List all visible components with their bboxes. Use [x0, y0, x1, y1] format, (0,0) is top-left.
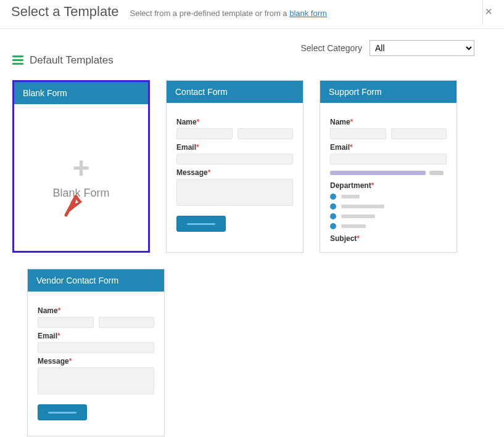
- email-preview: [38, 342, 154, 353]
- field-label-department: Department*: [330, 181, 447, 190]
- radio-option-preview: [330, 194, 447, 200]
- template-grid: Blank Form + Blank Form Contact Form Nam…: [0, 67, 504, 437]
- message-preview: [38, 367, 154, 394]
- skeleton-row: [330, 171, 447, 175]
- card-body: Name* Email* Message*: [167, 103, 303, 252]
- category-label: Select Category: [300, 43, 362, 53]
- name-inputs: [330, 126, 447, 139]
- template-card-contact[interactable]: Contact Form Name* Email* Message*: [166, 80, 304, 253]
- skeleton-bar-short: [429, 171, 444, 175]
- template-card-blank[interactable]: Blank Form + Blank Form: [12, 80, 150, 253]
- radio-option-preview: [330, 203, 447, 210]
- blank-form-label: Blank Form: [52, 187, 109, 200]
- submit-button-preview: [38, 404, 87, 420]
- skeleton-bar: [330, 171, 426, 175]
- dialog-header: Select a Template Select from a pre-defi…: [0, 0, 504, 29]
- card-title: Contact Form: [167, 81, 303, 103]
- field-label-message: Message*: [38, 357, 154, 366]
- field-label-email: Email*: [38, 332, 154, 340]
- name-inputs: [38, 315, 154, 328]
- card-body: Name* Email* Department* Subject*: [320, 103, 456, 252]
- last-name-preview: [99, 317, 155, 328]
- category-select[interactable]: All: [370, 40, 474, 56]
- first-name-preview: [330, 128, 386, 139]
- first-name-preview: [176, 128, 233, 139]
- template-card-support[interactable]: Support Form Name* Email* Department* Su…: [320, 80, 457, 253]
- card-body: Name* Email* Message*: [28, 292, 164, 436]
- email-preview: [330, 153, 447, 165]
- dialog-title: Select a Template: [11, 4, 118, 20]
- dialog-description-text: Select from a pre-defined template or fr…: [130, 9, 289, 18]
- submit-button-preview: [176, 216, 226, 232]
- email-preview: [176, 153, 293, 165]
- field-label-message: Message*: [176, 168, 293, 177]
- card-body: + Blank Form: [14, 104, 148, 251]
- field-label-name: Name*: [176, 118, 293, 126]
- template-card-vendor[interactable]: Vendor Contact Form Name* Email* Message…: [27, 269, 165, 436]
- field-label-email: Email*: [330, 143, 447, 152]
- card-title: Support Form: [320, 81, 456, 103]
- dialog-description: Select from a pre-defined template or fr…: [130, 9, 326, 18]
- blank-form-link[interactable]: blank form: [289, 9, 327, 18]
- section-title: Default Templates: [30, 54, 114, 67]
- message-preview: [176, 179, 293, 206]
- close-icon[interactable]: ✕: [481, 5, 497, 18]
- radio-option-preview: [330, 213, 447, 219]
- radio-option-preview: [330, 223, 447, 229]
- card-title: Blank Form: [14, 82, 148, 104]
- field-label-subject: Subject*: [330, 234, 447, 243]
- last-name-preview: [391, 128, 447, 139]
- plus-icon: +: [72, 153, 89, 183]
- last-name-preview: [238, 128, 294, 139]
- card-title: Vendor Contact Form: [28, 269, 164, 292]
- first-name-preview: [38, 317, 94, 328]
- list-icon: [12, 54, 23, 67]
- field-label-email: Email*: [176, 143, 293, 152]
- name-inputs: [176, 126, 293, 139]
- field-label-name: Name*: [330, 118, 447, 126]
- field-label-name: Name*: [38, 306, 154, 315]
